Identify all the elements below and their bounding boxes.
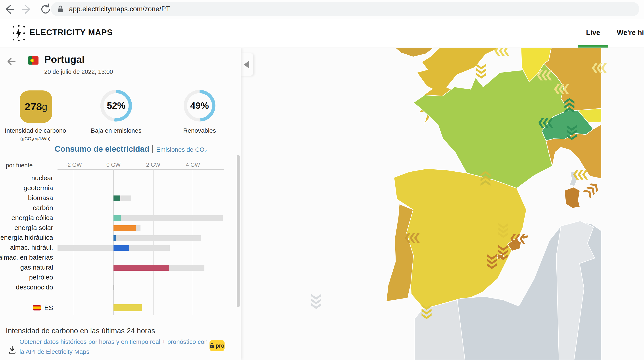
flow-arrow-atlantic-flow: [311, 294, 321, 309]
history-section-title: Intensidad de carbono en las últimas 24 …: [6, 327, 155, 335]
lightning-bolt-logo-icon: [12, 25, 25, 41]
browser-toolbar: app.electricitymaps.com/zone/PT: [0, 0, 644, 19]
axis-tick: 4 GW: [186, 162, 200, 168]
row-label-biomasa: biomasa: [28, 194, 53, 202]
row-label-carb-n: carbón: [33, 204, 53, 212]
nav-live[interactable]: Live: [586, 28, 600, 37]
nav-hiring[interactable]: We're hiring!: [617, 28, 644, 37]
reload-icon[interactable]: [40, 3, 51, 15]
flow-arrow-sardinia-italy: [583, 181, 600, 199]
axis-tick: 0 GW: [106, 162, 120, 168]
gridline: [153, 169, 154, 315]
flow-arrow-netherlands-england: [494, 47, 509, 56]
zone-sardinia: [564, 187, 580, 208]
production-bar-biomasa[interactable]: [114, 195, 120, 201]
pro-badge[interactable]: pro: [210, 340, 224, 351]
spain-flag-icon: [33, 305, 41, 311]
zone-morocco: [414, 300, 465, 360]
forward-icon[interactable]: [21, 3, 33, 15]
collapse-left-icon: [244, 60, 249, 69]
row-label-almac-en-bater-as: almac. en baterías: [0, 254, 53, 261]
capacity-bar[interactable]: [114, 215, 223, 221]
production-bar-gas-natural[interactable]: [114, 265, 169, 271]
flow-arrow-england-france: [476, 64, 486, 79]
row-label-energ-a-e-lica: energía eólica: [12, 214, 53, 222]
production-bar-almac-hidr-ul-[interactable]: [114, 245, 129, 251]
row-label-energ-a-solar: energía solar: [14, 224, 53, 232]
exchange-label: ES: [44, 304, 53, 312]
axis-tick: -2 GW: [66, 162, 82, 168]
row-label-energ-a-hidr-ulica: energía hidráulica: [0, 234, 53, 241]
lock-icon: [210, 343, 214, 349]
axis-tick: 2 GW: [146, 162, 160, 168]
app-header: ELECTRICITY MAPS Live We're hiring!: [0, 18, 644, 48]
electricity-maps-app: app.electricitymaps.com/zone/PT ELECTRIC…: [0, 0, 644, 360]
brand-name: ELECTRICITY MAPS: [30, 28, 112, 37]
url-text: app.electricitymaps.com/zone/PT: [69, 5, 170, 13]
lock-icon: [57, 5, 64, 13]
zone-portugal: [386, 204, 414, 301]
capacity-bar[interactable]: [114, 235, 201, 241]
live-active-underline: [578, 45, 608, 47]
row-label-geotermia: geotermia: [24, 184, 53, 192]
download-icon[interactable]: [8, 346, 16, 354]
exchange-bar-ES[interactable]: [114, 304, 142, 311]
url-bar[interactable]: app.electricitymaps.com/zone/PT: [51, 2, 639, 16]
row-label-gas-natural: gas natural: [20, 264, 53, 271]
api-link[interactable]: Obtener datos históricos por horas y en …: [20, 337, 210, 357]
row-label-almac-hidr-ul-: almac. hidrául.: [10, 244, 53, 251]
row-label-petr-leo: petróleo: [29, 274, 53, 281]
production-bar-energ-a-e-lica[interactable]: [114, 215, 121, 221]
zone-details-panel: Portugal 20 de julio de 2022, 13:00 278g…: [0, 47, 241, 360]
production-bar-desconocido[interactable]: [114, 285, 114, 290]
row-label-nuclear: nuclear: [32, 174, 53, 182]
pro-badge-label: pro: [216, 343, 224, 349]
panel-scrollbar[interactable]: [237, 155, 240, 307]
production-bar-energ-a-hidr-ulica[interactable]: [114, 235, 116, 241]
gridline: [74, 169, 74, 315]
row-label-desconocido: desconocido: [16, 284, 53, 291]
exchange-row-ES: ES: [33, 304, 53, 312]
gridline: [113, 169, 114, 315]
zone-ireland: [395, 47, 434, 57]
consumption-bar-chart: -2 GW0 GW2 GW4 GWnucleargeotermiabiomasa…: [0, 47, 241, 360]
chart-axis-line: [58, 169, 224, 170]
back-icon[interactable]: [3, 3, 14, 15]
gridline: [193, 169, 193, 315]
panel-collapse-button[interactable]: [240, 53, 253, 76]
production-bar-energ-a-solar[interactable]: [114, 225, 136, 231]
